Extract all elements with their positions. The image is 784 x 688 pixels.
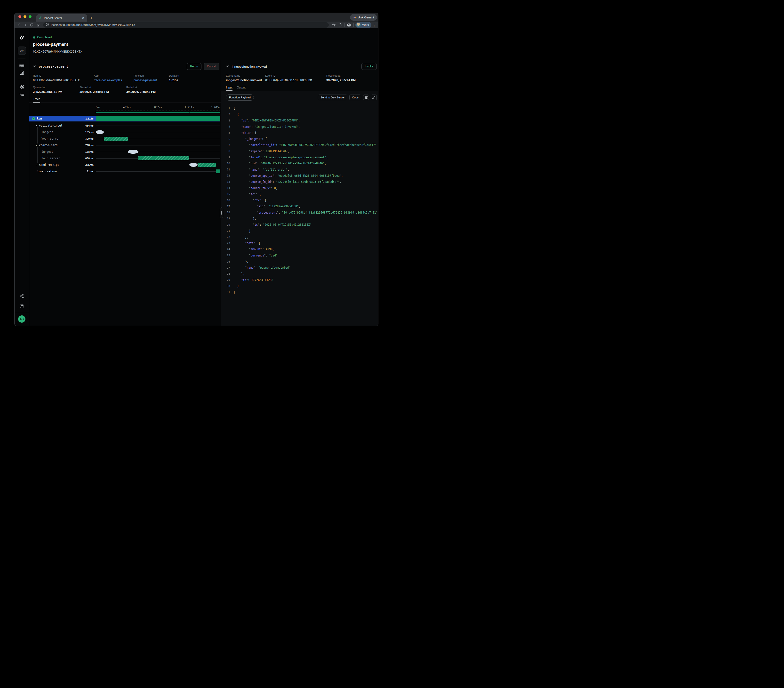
browser-tab[interactable]: Inngest Server ✕ xyxy=(36,14,87,21)
apps-icon[interactable] xyxy=(18,83,26,91)
minimize-window-button[interactable] xyxy=(23,15,26,18)
main-content: Completed process-payment 01KJX6Q7W64NMK… xyxy=(29,28,378,326)
trace-row[interactable]: Your server309ms xyxy=(29,135,220,142)
collapse-run-chevron-icon[interactable] xyxy=(33,66,36,67)
browser-toolbar: localhost:8288/run?runID=01KJX6Q7W64NMKM… xyxy=(15,21,378,28)
send-to-dev-server-button[interactable]: Send to Dev Server xyxy=(318,95,348,100)
tab-close-icon[interactable]: ✕ xyxy=(81,16,85,20)
code-line: 24"amount": 4999, xyxy=(221,246,378,252)
trace-row-label: Run xyxy=(37,117,42,120)
extensions-icon[interactable] xyxy=(338,22,343,28)
dev-tools-button[interactable]: </> xyxy=(18,315,25,323)
function-payload-pill[interactable]: Function Payload xyxy=(226,94,254,100)
help-icon[interactable] xyxy=(18,302,26,309)
trace-row[interactable]: ▾charge-card798ms xyxy=(29,142,220,148)
trace-row[interactable]: Inngest138ms xyxy=(29,148,220,155)
panel-resize-handle[interactable] xyxy=(220,207,223,218)
run-id-value: 01KJX6Q7W64NMKMWBNKCJ58XTX xyxy=(33,79,94,82)
line-number: 16 xyxy=(221,199,230,202)
trace-row[interactable]: Finalization61ms xyxy=(29,168,220,174)
line-number: 5 xyxy=(221,131,230,134)
trace-row[interactable]: ▸send-receipt335ms xyxy=(29,161,220,168)
reload-icon[interactable] xyxy=(29,22,35,28)
trace-row-label: Your server xyxy=(41,156,60,160)
home-icon[interactable] xyxy=(35,22,41,28)
trace-row-label: validate-input xyxy=(39,124,63,127)
line-number: 20 xyxy=(221,223,230,226)
word-wrap-icon[interactable] xyxy=(363,95,369,100)
meta-label: App xyxy=(94,74,133,77)
new-tab-button[interactable]: + xyxy=(90,15,92,20)
timeline-minimap[interactable] xyxy=(96,110,221,114)
close-window-button[interactable] xyxy=(18,15,21,18)
tab-input[interactable]: Input xyxy=(226,86,232,91)
line-number: 15 xyxy=(221,193,230,196)
queued-at-value: 3/4/2026, 2:55:41 PM xyxy=(33,90,79,94)
profile-button[interactable]: Work xyxy=(356,22,371,28)
trace-row[interactable]: ▾validate-input414ms xyxy=(29,122,220,129)
cancel-button[interactable]: Cancel xyxy=(204,63,219,70)
back-icon[interactable] xyxy=(16,22,22,28)
inngest-logo-icon xyxy=(19,35,25,41)
trace-row-duration: 1.615s xyxy=(85,117,94,120)
trace-row[interactable]: ✓Run1.615s xyxy=(29,116,220,122)
expand-icon[interactable] xyxy=(371,95,377,100)
site-info-icon[interactable] xyxy=(46,23,49,27)
code-line: 11"name": "fulfill-order", xyxy=(221,166,378,173)
bookmark-star-icon[interactable] xyxy=(331,22,336,28)
url-bar[interactable]: localhost:8288/run?runID=01KJX6Q7W64NMKM… xyxy=(43,22,329,28)
copy-button[interactable]: Copy xyxy=(349,95,361,100)
line-number: 24 xyxy=(221,248,230,251)
ask-gemini-button[interactable]: Ask Gemini xyxy=(350,14,377,21)
gemini-icon xyxy=(353,16,357,19)
code-line: 19}, xyxy=(221,216,378,222)
line-number: 14 xyxy=(221,186,230,189)
code-line: 3"id": "01KJX6Q7V81N4DMZ7HFJ0CGPDM", xyxy=(221,118,378,123)
zoom-window-button[interactable] xyxy=(29,15,31,18)
code-line: 10"gid": "4924bd12-13de-4201-a31e-fb7f42… xyxy=(221,160,378,166)
runs-icon[interactable] xyxy=(18,62,26,69)
trace-row-duration: 138ms xyxy=(85,150,94,153)
trace-row-label: send-receipt xyxy=(39,163,59,166)
terminal-log-icon[interactable] xyxy=(18,91,26,98)
inngest-app: DV </> xyxy=(15,28,378,326)
sidebar-footer: </> xyxy=(15,312,29,326)
share-feedback-icon[interactable] xyxy=(18,293,26,300)
forward-icon[interactable] xyxy=(23,22,28,28)
tab-search-icon[interactable] xyxy=(346,22,352,28)
events-search-icon[interactable] xyxy=(18,69,26,76)
code-line: 30} xyxy=(221,283,378,289)
line-number: 10 xyxy=(221,162,230,165)
tab-trace[interactable]: Trace xyxy=(33,97,40,102)
chevron-down-icon[interactable]: ▾ xyxy=(36,144,39,146)
collapse-event-chevron-icon[interactable] xyxy=(226,66,229,67)
workspace-badge[interactable]: DV xyxy=(18,46,26,55)
browser-menu-icon[interactable]: ⋮ xyxy=(372,23,376,27)
line-number: 17 xyxy=(221,205,230,208)
code-line: 20"ts": "2026-03-04T19:55:41.288158Z" xyxy=(221,222,378,228)
trace-row-duration: 61ms xyxy=(87,170,94,173)
chevron-right-icon[interactable]: ▸ xyxy=(36,164,39,166)
function-link[interactable]: process-payment xyxy=(133,79,169,82)
code-line: 17"sid": "119282aa29b3d138", xyxy=(221,203,378,209)
payload-section: Function Payload Send to Dev Server Copy xyxy=(221,91,378,326)
trace-row-duration: 309ms xyxy=(85,137,94,140)
trace-row[interactable]: Inngest105ms xyxy=(29,129,220,135)
rerun-button[interactable]: Rerun xyxy=(187,63,201,70)
invoke-button[interactable]: Invoke xyxy=(361,63,377,70)
trace-bar xyxy=(104,137,127,141)
code-line: 13"source_fn_id": "e27943fe-f31b-5c9b-93… xyxy=(221,179,378,185)
trace-bar xyxy=(138,156,189,160)
status-badge: Completed xyxy=(37,36,52,39)
tick-label: 403ms xyxy=(123,106,131,109)
app-link[interactable]: trace-docs-examples xyxy=(94,79,133,82)
tick-label: 1.211s xyxy=(185,106,194,109)
tab-output[interactable]: Output xyxy=(237,86,245,91)
chevron-down-icon[interactable]: ▾ xyxy=(36,124,39,127)
trace-panel: process-payment Rerun Cancel Run ID 01KJ… xyxy=(29,60,221,326)
trace-bar xyxy=(128,150,138,154)
event-id-value: 01KJX6Q7V81N4DMZ7HFJ0CGPDM xyxy=(265,79,326,82)
trace-row[interactable]: Your server660ms xyxy=(29,155,220,161)
trace-row-label: Finalization xyxy=(36,170,57,173)
trace-row-duration: 414ms xyxy=(85,124,94,127)
